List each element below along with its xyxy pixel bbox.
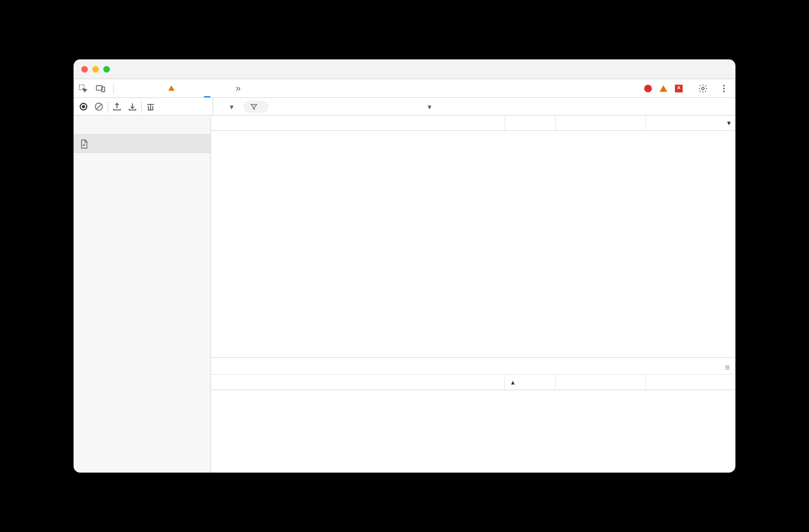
settings-button[interactable] — [698, 83, 708, 93]
tab-console[interactable] — [136, 79, 142, 97]
separator — [113, 83, 113, 94]
retainers-heading: ≡ — [211, 360, 735, 375]
splitter[interactable] — [211, 357, 735, 361]
view-select[interactable]: ▾ — [222, 100, 238, 113]
violation-icon — [675, 84, 682, 92]
heap-snapshots-label — [74, 127, 210, 134]
snapshot-file-icon — [79, 139, 89, 149]
col-object[interactable] — [211, 375, 505, 390]
zoom-window-button[interactable] — [103, 66, 110, 72]
tab-sources[interactable] — [150, 79, 157, 97]
collect-garbage-button[interactable] — [143, 99, 158, 114]
col-distance[interactable] — [505, 116, 555, 130]
load-profile-button[interactable] — [109, 99, 125, 114]
tab-memory[interactable] — [204, 79, 210, 97]
retainers-menu-icon[interactable]: ≡ — [725, 362, 730, 372]
svg-point-3 — [702, 87, 704, 90]
svg-point-6 — [723, 90, 724, 92]
more-tabs-button[interactable]: » — [232, 79, 244, 97]
devtools-window: » ▾ ▾ — [74, 59, 735, 473]
error-icon — [644, 84, 652, 92]
sort-asc-icon: ▴ — [511, 378, 515, 386]
object-scope-select[interactable]: ▾ — [276, 100, 436, 113]
tab-network[interactable] — [164, 79, 182, 97]
svg-line-10 — [97, 104, 101, 109]
col-shallow[interactable] — [555, 116, 645, 130]
titlebar — [74, 59, 735, 79]
more-menu-button[interactable] — [719, 83, 729, 93]
col-constructor[interactable] — [211, 116, 505, 130]
chevron-down-icon: ▾ — [230, 102, 234, 111]
svg-rect-1 — [96, 85, 102, 90]
traffic-lights — [74, 66, 118, 72]
col-shallow-r[interactable] — [555, 375, 645, 390]
record-button[interactable] — [76, 99, 91, 114]
minimize-window-button[interactable] — [92, 66, 99, 72]
warning-icon — [168, 85, 174, 91]
warning-icon — [660, 85, 667, 91]
profiles-heading — [74, 118, 210, 127]
memory-main: ▾ ≡ ▴ — [211, 116, 735, 473]
snapshot-item[interactable] — [74, 134, 210, 153]
retainers-grid — [211, 390, 735, 473]
filter-icon — [250, 103, 258, 110]
tab-application[interactable] — [218, 79, 224, 97]
memory-toolbar: ▾ ▾ — [74, 98, 735, 115]
svg-point-4 — [723, 84, 724, 86]
tab-performance[interactable] — [190, 79, 196, 97]
col-retained[interactable]: ▾ — [645, 116, 735, 130]
save-profile-button[interactable] — [125, 99, 140, 114]
sort-desc-icon: ▾ — [727, 119, 731, 127]
constructors-header: ▾ — [211, 116, 735, 131]
class-filter-input[interactable] — [243, 100, 269, 113]
chevron-down-icon: ▾ — [428, 102, 431, 111]
col-distance-r[interactable]: ▴ — [505, 375, 555, 390]
col-retained-r[interactable] — [645, 375, 735, 390]
svg-point-5 — [723, 88, 724, 89]
retainers-header: ▴ — [211, 375, 735, 390]
svg-point-8 — [82, 105, 85, 108]
constructors-grid — [211, 131, 735, 357]
inspect-icon[interactable] — [78, 83, 88, 93]
issue-counters[interactable] — [644, 84, 685, 92]
clear-button[interactable] — [91, 99, 107, 114]
close-window-button[interactable] — [81, 66, 88, 72]
device-toolbar-icon[interactable] — [96, 83, 105, 93]
main-tabbar: » — [74, 79, 735, 98]
tab-elements[interactable] — [121, 79, 128, 97]
profiles-sidebar — [74, 116, 211, 473]
